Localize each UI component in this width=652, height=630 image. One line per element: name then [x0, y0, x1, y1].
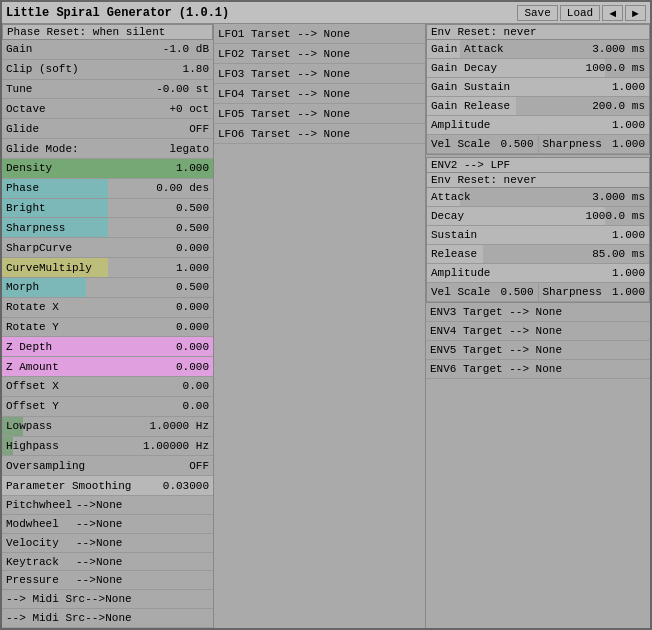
env1-amplitude-row[interactable]: Amplitude 1.000	[427, 116, 649, 135]
env1-vel-scale-label: Vel Scale	[431, 138, 500, 150]
env2-sustain-row[interactable]: Sustain 1.000	[427, 226, 649, 245]
env1-section: Env Reset: never Gain Attack 3.000 ms Ga…	[426, 24, 650, 155]
env2-vel-scale-half[interactable]: Vel Scale 0.500	[427, 283, 539, 301]
lfo3-row: LFO3 Tarset --> None	[214, 64, 425, 84]
glide-mode-label: Glide Mode:	[4, 143, 151, 155]
env2-sharpness-label: Sharpness	[543, 286, 612, 298]
save-button[interactable]: Save	[517, 5, 557, 21]
env2-release-row[interactable]: Release 85.00 ms	[427, 245, 649, 264]
midi-src-2-arrow: -->	[85, 612, 105, 624]
offsety-value: 0.00	[151, 400, 211, 412]
zamount-row[interactable]: Z Amount 0.000	[2, 357, 213, 377]
env1-sharpness-half[interactable]: Sharpness 1.000	[539, 135, 650, 153]
pressure-label: Pressure	[6, 574, 76, 586]
left-column: Phase Reset: when silent Gain -1.0 dB Cl…	[2, 24, 214, 628]
midi-src-2-label: --> Midi Src	[6, 612, 85, 624]
bright-fill	[2, 199, 108, 218]
env2-sharpness-value: 1.000	[612, 286, 645, 298]
curvemultiply-fill	[2, 258, 108, 277]
bright-row[interactable]: Bright 0.500	[2, 199, 213, 219]
env2-decay-row[interactable]: Decay 1000.0 ms	[427, 207, 649, 226]
velocity-row: Velocity --> None	[2, 534, 213, 553]
env2-arrow-label: ENV2 --> LPF	[427, 158, 649, 173]
lfo4-row: LFO4 Tarset --> None	[214, 84, 425, 104]
env2-sustain-value: 1.000	[612, 229, 645, 241]
middle-column: LFO1 Tarset --> None LFO2 Tarset --> Non…	[214, 24, 426, 628]
env2-release-label: Release	[431, 248, 477, 260]
curvemultiply-slider-bg	[2, 258, 213, 277]
offsety-row: Offset Y 0.00	[2, 397, 213, 417]
gain-sustain-value: 1.000	[612, 81, 645, 93]
env1-vel-scale-half[interactable]: Vel Scale 0.500	[427, 135, 539, 153]
pitchwheel-target: None	[96, 499, 122, 511]
arrow-left-button[interactable]: ◄	[602, 5, 623, 21]
offsetx-row: Offset X 0.00	[2, 377, 213, 397]
density-row[interactable]: Density 1.000	[2, 159, 213, 179]
window-title: Little Spiral Generator (1.0.1)	[6, 6, 517, 20]
pitchwheel-arrow: -->	[76, 499, 96, 511]
highpass-fill	[2, 437, 13, 456]
arrow-right-button[interactable]: ►	[625, 5, 646, 21]
offsetx-label: Offset X	[4, 380, 151, 392]
load-button[interactable]: Load	[560, 5, 600, 21]
sharpness-slider-bg	[2, 218, 213, 237]
morph-row[interactable]: Morph 0.500	[2, 278, 213, 298]
param-smoothing-label: Parameter Smoothing	[4, 480, 151, 492]
zdepth-row[interactable]: Z Depth 0.000	[2, 337, 213, 357]
env4-target-row: ENV4 Target --> None	[426, 322, 650, 341]
lowpass-slider-bg	[2, 417, 213, 436]
keytrack-arrow: -->	[76, 556, 96, 568]
glide-mode-value: legato	[151, 143, 211, 155]
env2-amplitude-row[interactable]: Amplitude 1.000	[427, 264, 649, 283]
rotatex-value: 0.000	[151, 301, 211, 313]
clip-label: Clip (soft)	[4, 63, 151, 75]
velocity-target: None	[96, 537, 122, 549]
lowpass-fill	[2, 417, 23, 436]
phase-row[interactable]: Phase 0.00 des	[2, 179, 213, 199]
gain-value: -1.0 dB	[151, 43, 211, 55]
gain-release-value: 200.0 ms	[592, 100, 645, 112]
offsetx-value: 0.00	[151, 380, 211, 392]
phase-fill	[2, 179, 108, 198]
phase-slider-bg	[2, 179, 213, 198]
rotatey-label: Rotate Y	[4, 321, 151, 333]
env2-vel-scale-label: Vel Scale	[431, 286, 500, 298]
lowpass-row[interactable]: Lowpass 1.0000 Hz	[2, 417, 213, 437]
octave-value: +0 oct	[151, 103, 211, 115]
clip-value: 1.80	[151, 63, 211, 75]
clip-row: Clip (soft) 1.80	[2, 60, 213, 80]
phase-reset-header: Phase Reset: when silent	[2, 24, 213, 40]
midi-src-1-label: --> Midi Src	[6, 593, 85, 605]
sharpness-fill	[2, 218, 108, 237]
env3-target-row: ENV3 Target --> None	[426, 303, 650, 322]
gain-sustain-row[interactable]: Gain Sustain 1.000	[427, 78, 649, 97]
env2-attack-value: 3.000 ms	[592, 191, 645, 203]
gain-release-label: Gain Release	[431, 100, 510, 112]
gain-attack-value: 3.000 ms	[592, 43, 645, 55]
env2-attack-row[interactable]: Attack 3.000 ms	[427, 188, 649, 207]
env2-vel-sharp-row: Vel Scale 0.500 Sharpness 1.000	[427, 283, 649, 302]
gain-label: Gain	[4, 43, 151, 55]
gain-release-row[interactable]: Gain Release 200.0 ms	[427, 97, 649, 116]
sharpcurve-row[interactable]: SharpCurve 0.000	[2, 238, 213, 258]
pressure-target: None	[96, 574, 122, 586]
glide-value: OFF	[151, 123, 211, 135]
gain-decay-value: 1000.0 ms	[586, 62, 645, 74]
env2-sharpness-half[interactable]: Sharpness 1.000	[539, 283, 650, 301]
zamount-slider-bg	[2, 357, 213, 376]
density-fill	[2, 159, 213, 178]
env2-release-value: 85.00 ms	[592, 248, 645, 260]
gain-row: Gain -1.0 dB	[2, 40, 213, 60]
env2-sustain-label: Sustain	[431, 229, 477, 241]
curvemultiply-row[interactable]: CurveMultiply 1.000	[2, 258, 213, 278]
oversampling-value: OFF	[151, 460, 211, 472]
highpass-row[interactable]: Highpass 1.00000 Hz	[2, 437, 213, 457]
gain-decay-row[interactable]: Gain Decay 1000.0 ms	[427, 59, 649, 78]
content-area: Phase Reset: when silent Gain -1.0 dB Cl…	[2, 24, 650, 628]
param-smoothing-value: 0.03000	[151, 480, 211, 492]
gain-attack-row[interactable]: Gain Attack 3.000 ms	[427, 40, 649, 59]
sharpness-row[interactable]: Sharpness 0.500	[2, 218, 213, 238]
midi-src-1-arrow: -->	[85, 593, 105, 605]
env1-amplitude-value: 1.000	[612, 119, 645, 131]
oversampling-row: Oversampling OFF	[2, 456, 213, 476]
